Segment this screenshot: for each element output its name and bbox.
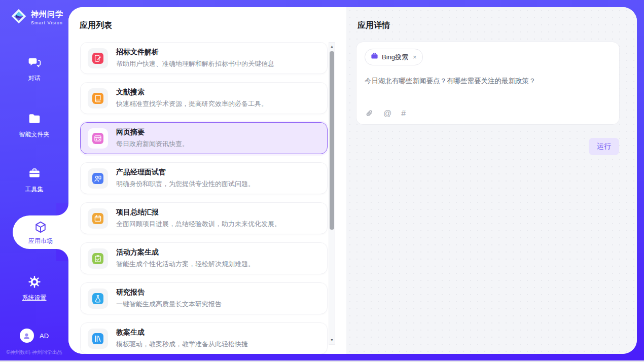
app-card-lesson-plan-generation[interactable]: 教案生成 模板驱动，教案秒成，教学准备从此轻松快捷	[80, 322, 328, 354]
avatar	[20, 329, 34, 343]
sidebar-item-label: 工具集	[0, 185, 68, 194]
app-description: 一键智能生成高质量长文本研究报告	[116, 300, 222, 309]
composer-actions: @ #	[366, 109, 406, 118]
book-icon	[92, 93, 103, 104]
sidebar-item-app-market[interactable]: 应用市场	[13, 215, 68, 249]
app-list-panel: 应用列表 招标文件解析 帮助用户快速、准确地理解和解析招标书中的关键信息	[68, 7, 346, 354]
app-list-scrollbar[interactable]: ▲ ▼	[329, 42, 335, 345]
run-button[interactable]: 运行	[589, 138, 619, 155]
briefcase-icon	[371, 52, 378, 62]
app-description: 快速精准查找学术资源，提高研究效率的必备工具。	[116, 99, 268, 108]
sidebar-item-label: 系统设置	[0, 294, 68, 302]
app-detail-panel: 应用详情 Bing搜索 × 今日湖北有哪些新闻要点？有哪些需要关注的最新政策？ …	[346, 7, 637, 354]
cube-icon	[34, 227, 47, 235]
diamond-logo-icon	[10, 8, 27, 27]
close-icon[interactable]: ×	[413, 53, 417, 61]
gear-icon	[28, 281, 41, 290]
sidebar-item-chat[interactable]: 对话	[0, 56, 68, 83]
scroll-down-icon[interactable]: ▼	[329, 337, 335, 344]
active-notch-curve-top	[56, 203, 68, 215]
sidebar-item-label: 应用市场	[13, 237, 68, 245]
app-card-literature-search[interactable]: 文献搜索 快速精准查找学术资源，提高研究效率的必备工具。	[80, 82, 328, 114]
sidebar-item-smart-folder[interactable]: 智能文件夹	[0, 112, 68, 139]
toolbox-icon	[28, 173, 41, 182]
app-list: 招标文件解析 帮助用户快速、准确地理解和解析招标书中的关键信息 文献搜索 快速精…	[80, 42, 328, 354]
calendar-icon	[92, 213, 103, 224]
app-description: 每日政府新闻资讯快查。	[116, 139, 189, 149]
tool-chip-bing-search[interactable]: Bing搜索 ×	[365, 49, 423, 65]
sidebar-item-label: 对话	[0, 74, 68, 83]
brand-logo: 神州问学 Smart Vision	[10, 8, 63, 27]
app-description: 全面回顾项目进展，总结经验教训，助力未来优化发展。	[116, 220, 281, 229]
mention-icon[interactable]: @	[383, 109, 391, 118]
sidebar-item-settings[interactable]: 系统设置	[0, 275, 68, 302]
brand-subtitle: Smart Vision	[31, 20, 63, 25]
flask-icon	[92, 293, 103, 304]
query-input[interactable]: 今日湖北有哪些新闻要点？有哪些需要关注的最新政策？	[365, 77, 611, 86]
app-card-research-report[interactable]: 研究报告 一键智能生成高质量长文本研究报告	[80, 282, 328, 314]
chat-icon	[28, 62, 41, 70]
brand-name: 神州问学	[31, 10, 63, 18]
composer-card: Bing搜索 × 今日湖北有哪些新闻要点？有哪些需要关注的最新政策？ @ #	[356, 42, 620, 125]
app-card-project-summary[interactable]: 项目总结汇报 全面回顾项目进展，总结经验教训，助力未来优化发展。	[80, 202, 328, 234]
sidebar-item-label: 智能文件夹	[0, 130, 68, 139]
books-icon	[92, 333, 103, 344]
document-edit-icon	[92, 53, 103, 64]
clipboard-check-icon	[92, 253, 103, 264]
folder-icon	[28, 118, 41, 127]
webpage-code-icon	[92, 133, 103, 144]
sidebar-item-toolset[interactable]: 工具集	[0, 167, 68, 194]
app-description: 帮助用户快速、准确地理解和解析招标书中的关键信息	[116, 59, 274, 68]
app-list-title: 应用列表	[80, 20, 112, 31]
attachment-icon[interactable]	[366, 110, 374, 118]
main-content: 应用列表 招标文件解析 帮助用户快速、准确地理解和解析招标书中的关键信息	[68, 7, 637, 354]
scroll-up-icon[interactable]: ▲	[329, 43, 335, 50]
app-title: 活动方案生成	[116, 248, 255, 257]
user-name: AD	[40, 332, 49, 340]
app-card-event-plan-generation[interactable]: 活动方案生成 智能生成个性化活动方案，轻松解决规划难题。	[80, 242, 328, 274]
app-title: 教案生成	[116, 328, 248, 337]
app-card-bid-document-parsing[interactable]: 招标文件解析 帮助用户快速、准确地理解和解析招标书中的关键信息	[80, 42, 328, 74]
app-frame: 神州问学 Smart Vision 对话 智能文件夹 工具集	[0, 0, 644, 360]
tool-chip-label: Bing搜索	[382, 53, 408, 62]
app-description: 明确身份和职责，为您提供专业性的面试问题。	[116, 179, 255, 189]
app-title: 文献搜索	[116, 88, 268, 97]
interviewer-icon	[92, 173, 103, 184]
user-account[interactable]: AD	[0, 329, 68, 343]
app-title: 产品经理面试官	[116, 168, 255, 177]
app-title: 研究报告	[116, 288, 222, 297]
app-detail-title: 应用详情	[357, 20, 390, 31]
topic-icon[interactable]: #	[401, 109, 406, 118]
scrollbar-thumb[interactable]	[330, 51, 334, 230]
sidebar: 神州问学 Smart Vision 对话 智能文件夹 工具集	[0, 0, 68, 360]
app-card-pm-interviewer[interactable]: 产品经理面试官 明确身份和职责，为您提供专业性的面试问题。	[80, 162, 328, 194]
app-card-webpage-summary[interactable]: 网页摘要 每日政府新闻资讯快查。	[80, 122, 328, 154]
app-title: 招标文件解析	[116, 48, 274, 57]
app-title: 项目总结汇报	[116, 208, 281, 217]
app-title: 网页摘要	[116, 128, 189, 137]
active-notch-curve-bottom	[56, 249, 68, 261]
app-description: 智能生成个性化活动方案，轻松解决规划难题。	[116, 260, 255, 269]
app-description: 模板驱动，教案秒成，教学准备从此轻松快捷	[116, 340, 248, 349]
copyright-footer: ©神州数码·神州问学出品	[0, 349, 68, 356]
